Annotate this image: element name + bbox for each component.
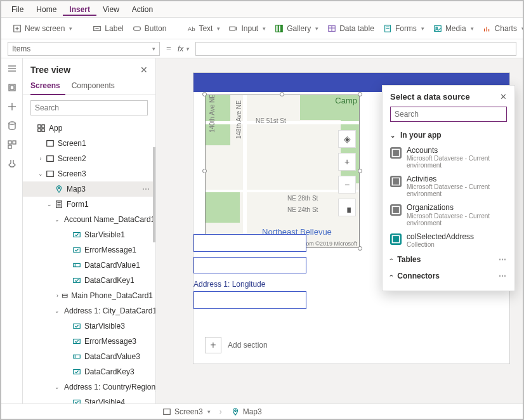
expand-icon[interactable]: ⌄ xyxy=(55,308,60,314)
data-card[interactable] xyxy=(193,257,306,273)
forms-menu[interactable]: Forms▾ xyxy=(381,22,427,35)
data-pane-icon[interactable] xyxy=(7,121,17,131)
data-source-item[interactable]: OrganizationsMicrosoft Dataverse - Curre… xyxy=(390,200,507,229)
tree-node[interactable]: StarVisible3 xyxy=(23,318,155,334)
section-connectors[interactable]: › Connectors ⋯ xyxy=(390,268,507,284)
tree-view-title: Tree view xyxy=(30,65,70,75)
tree-node[interactable]: ⌄Address 1: City_DataCard1 xyxy=(23,303,155,318)
breadcrumb-label: Screen3 xyxy=(174,407,203,416)
hamburger-icon[interactable] xyxy=(7,63,17,74)
charts-label: Charts xyxy=(495,24,517,33)
section-tables[interactable]: › Tables ⋯ xyxy=(390,251,507,268)
new-screen-button[interactable]: New screen▾ xyxy=(10,22,75,35)
data-source-item[interactable]: ActivitiesMicrosoft Dataverse - Current … xyxy=(390,172,507,200)
more-icon[interactable]: ⋯ xyxy=(499,255,507,264)
tree-view-icon[interactable] xyxy=(7,82,17,93)
svg-rect-37 xyxy=(38,129,41,131)
data-source-item[interactable]: colSelectedAddressCollection xyxy=(390,230,507,251)
text-menu[interactable]: Abc Text▾ xyxy=(184,22,223,35)
insert-pane-icon[interactable] xyxy=(7,102,17,112)
chevron-down-icon: ▾ xyxy=(207,409,211,415)
add-section-button[interactable]: + Add section xyxy=(205,337,268,353)
menu-action[interactable]: Action xyxy=(126,3,159,16)
charts-menu[interactable]: Charts▾ xyxy=(480,22,524,35)
menu-insert[interactable]: Insert xyxy=(63,3,96,16)
expand-icon[interactable]: ⌄ xyxy=(55,216,60,223)
tree-node-app[interactable]: App xyxy=(23,121,155,136)
label-button[interactable]: Label xyxy=(90,22,126,35)
advanced-tools-icon[interactable] xyxy=(7,159,17,169)
menu-view[interactable]: View xyxy=(96,3,126,16)
data-source-search-input[interactable] xyxy=(390,107,507,122)
media-menu[interactable]: Media▾ xyxy=(431,22,476,35)
tree-node[interactable]: DataCardValue1 xyxy=(23,258,155,273)
expand-icon[interactable]: ⌄ xyxy=(46,201,53,207)
tree-node-label: ErrorMessage3 xyxy=(84,337,136,346)
more-icon[interactable]: ⋯ xyxy=(142,185,153,194)
formula-bar: Items ▾ = fx▾ xyxy=(1,39,523,58)
tree-node[interactable]: ⌄Form1 xyxy=(23,197,155,212)
formula-input[interactable] xyxy=(195,42,516,56)
expand-icon[interactable]: › xyxy=(37,155,44,162)
menu-home[interactable]: Home xyxy=(30,3,63,16)
input-menu[interactable]: Input▾ xyxy=(226,22,268,35)
node-icon xyxy=(46,169,55,178)
tree-node[interactable]: StarVisible4 xyxy=(23,395,155,404)
left-rail xyxy=(1,58,23,404)
plus-icon: + xyxy=(205,337,221,353)
map-control-selected[interactable]: 140th Ave NE 148th Ave NE NE 51st St NE … xyxy=(200,89,365,253)
svg-rect-38 xyxy=(42,129,44,131)
canvas[interactable]: dress 140th Ave NE 148th Ave NE xyxy=(156,58,523,404)
tree-node[interactable]: Screen1 xyxy=(23,136,155,151)
tree-node[interactable]: ›Main Phone_DataCard1 xyxy=(23,288,155,303)
button-button[interactable]: Button xyxy=(130,22,169,35)
close-icon[interactable]: ✕ xyxy=(500,92,507,102)
tree-node[interactable]: Map3⋯ xyxy=(23,181,155,197)
tab-screens[interactable]: Screens xyxy=(30,77,65,95)
media-pane-icon[interactable] xyxy=(7,140,17,150)
label-icon xyxy=(93,24,102,33)
data-source-item[interactable]: AccountsMicrosoft Dataverse - Current en… xyxy=(390,143,507,172)
expand-icon[interactable]: › xyxy=(55,292,60,299)
tree-node[interactable]: StarVisible1 xyxy=(23,227,155,242)
tree-node[interactable]: DataCardKey3 xyxy=(23,364,155,379)
property-selector[interactable]: Items ▾ xyxy=(8,42,160,56)
gallery-label: Gallery xyxy=(287,24,311,33)
breadcrumb-screen[interactable]: Screen3 ▾ xyxy=(162,407,211,416)
data-card[interactable] xyxy=(193,234,306,252)
tree-node[interactable]: ErrorMessage3 xyxy=(23,334,155,349)
gallery-menu[interactable]: Gallery▾ xyxy=(272,22,321,35)
breadcrumb-control[interactable]: Map3 xyxy=(231,407,262,416)
fx-label[interactable]: fx▾ xyxy=(178,44,189,53)
section-in-your-app[interactable]: ⌄ In your app xyxy=(390,127,507,143)
expand-icon[interactable]: ⌄ xyxy=(55,384,60,390)
tree-node[interactable]: ⌄Address 1: Country/Region_DataCard1 xyxy=(23,379,155,395)
longitude-input[interactable] xyxy=(193,291,306,309)
tree-node[interactable]: DataCardValue3 xyxy=(23,349,155,364)
tree-node-label: Screen3 xyxy=(58,169,86,178)
tree-search-input[interactable] xyxy=(30,100,148,115)
node-icon xyxy=(55,185,63,194)
close-icon[interactable]: ✕ xyxy=(140,65,148,75)
tree-node[interactable]: DataCardKey1 xyxy=(23,273,155,288)
data-table-button[interactable]: Data table xyxy=(325,22,377,35)
button-text: Button xyxy=(145,24,167,33)
tree-node[interactable]: ⌄Account Name_DataCard1 xyxy=(23,212,155,227)
node-icon xyxy=(72,352,81,361)
tree-node-label: StarVisible4 xyxy=(84,398,125,404)
menu-file[interactable]: File xyxy=(5,3,30,16)
expand-icon[interactable]: ⌄ xyxy=(37,171,44,177)
tree-node[interactable]: ErrorMessage1 xyxy=(23,242,155,258)
tree-body[interactable]: App Screen1›Screen2⌄Screen3Map3⋯⌄Form1⌄A… xyxy=(23,121,155,404)
input-icon xyxy=(229,24,238,33)
tree-node[interactable]: ›Screen2 xyxy=(23,151,155,166)
node-icon xyxy=(46,139,55,148)
chevron-right-icon: › xyxy=(388,258,395,260)
datasource-sub: Microsoft Dataverse - Current environmen… xyxy=(407,183,507,197)
scrollbar[interactable] xyxy=(153,147,155,242)
tab-components[interactable]: Components xyxy=(72,77,120,95)
tree-node[interactable]: ⌄Screen3 xyxy=(23,166,155,181)
more-icon[interactable]: ⋯ xyxy=(499,272,507,280)
chevron-down-icon: ⌄ xyxy=(390,132,395,139)
tree-node-label: StarVisible1 xyxy=(84,230,125,239)
